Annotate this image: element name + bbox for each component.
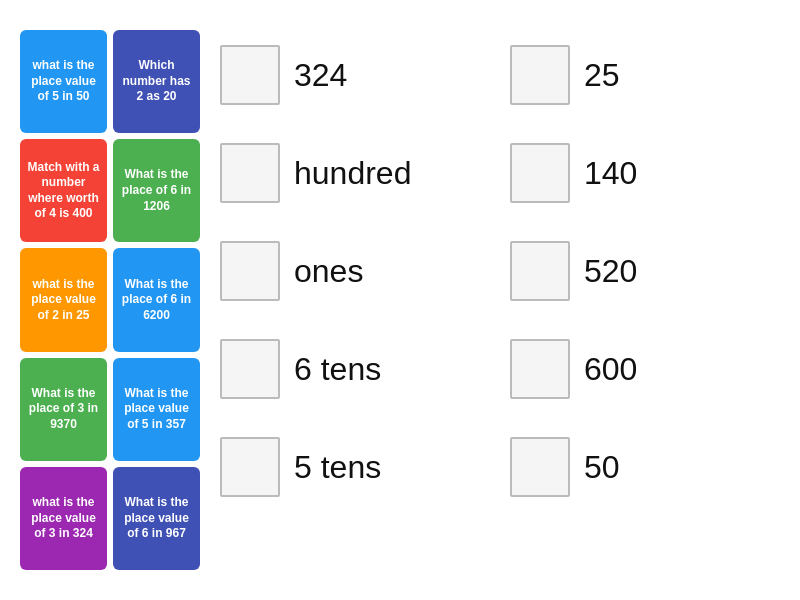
card-8[interactable]: What is the place value of 5 in 357	[113, 358, 200, 461]
match-row-right-5: 50	[510, 422, 780, 512]
card-1[interactable]: what is the place value of 5 in 50	[20, 30, 107, 133]
card-5[interactable]: what is the place value of 2 in 25	[20, 248, 107, 351]
card-10[interactable]: What is the place value of 6 in 967	[113, 467, 200, 570]
match-row-left-2: hundred	[220, 128, 490, 218]
cards-panel: what is the place value of 5 in 50Which …	[20, 30, 200, 570]
card-3[interactable]: Match with a number where worth of 4 is …	[20, 139, 107, 242]
match-row-left-4: 6 tens	[220, 324, 490, 414]
match-row-left-3: ones	[220, 226, 490, 316]
card-6[interactable]: What is the place of 6 in 6200	[113, 248, 200, 351]
drop-box-right-2[interactable]	[510, 143, 570, 203]
label-right-2: 140	[584, 157, 637, 189]
drop-box-left-2[interactable]	[220, 143, 280, 203]
right-match-column: 2514052060050	[510, 30, 780, 570]
card-4[interactable]: What is the place of 6 in 1206	[113, 139, 200, 242]
label-left-2: hundred	[294, 157, 411, 189]
drop-box-right-3[interactable]	[510, 241, 570, 301]
match-row-right-2: 140	[510, 128, 780, 218]
drop-box-left-4[interactable]	[220, 339, 280, 399]
drop-box-right-1[interactable]	[510, 45, 570, 105]
label-left-5: 5 tens	[294, 451, 381, 483]
match-row-left-1: 324	[220, 30, 490, 120]
match-row-right-3: 520	[510, 226, 780, 316]
drop-box-left-5[interactable]	[220, 437, 280, 497]
card-7[interactable]: What is the place of 3 in 9370	[20, 358, 107, 461]
label-right-1: 25	[584, 59, 620, 91]
drop-box-right-5[interactable]	[510, 437, 570, 497]
label-left-1: 324	[294, 59, 347, 91]
label-right-5: 50	[584, 451, 620, 483]
label-right-3: 520	[584, 255, 637, 287]
card-2[interactable]: Which number has 2 as 20	[113, 30, 200, 133]
label-left-4: 6 tens	[294, 353, 381, 385]
left-match-column: 324hundredones6 tens5 tens	[220, 30, 490, 570]
drop-box-left-3[interactable]	[220, 241, 280, 301]
label-left-3: ones	[294, 255, 363, 287]
match-row-left-5: 5 tens	[220, 422, 490, 512]
label-right-4: 600	[584, 353, 637, 385]
drop-box-left-1[interactable]	[220, 45, 280, 105]
match-area: 324hundredones6 tens5 tens 2514052060050	[210, 30, 780, 570]
drop-box-right-4[interactable]	[510, 339, 570, 399]
match-row-right-4: 600	[510, 324, 780, 414]
card-9[interactable]: what is the place value of 3 in 324	[20, 467, 107, 570]
match-row-right-1: 25	[510, 30, 780, 120]
